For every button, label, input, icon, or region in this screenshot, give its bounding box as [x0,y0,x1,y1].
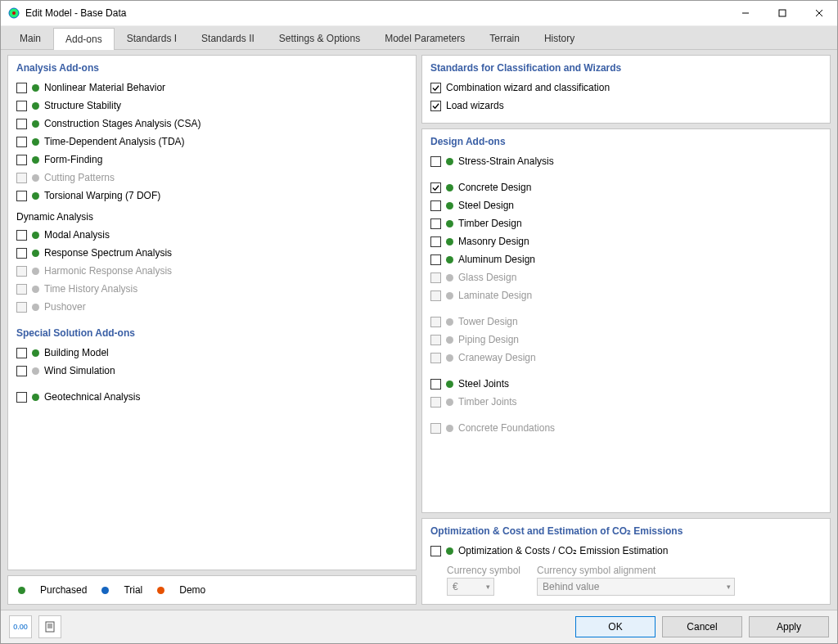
status-dot [32,84,39,92]
chevron-down-icon: ▾ [486,583,490,591]
lbl-load-wizards: Load wizards [446,100,504,111]
chk-masonry-design[interactable] [430,236,441,247]
chk-glass-design [430,272,441,283]
chk-harmonic-response [16,266,27,277]
chk-construction-stages[interactable] [16,119,27,129]
chk-structure-stability[interactable] [16,101,27,111]
lbl-currency-symbol: Currency symbol [447,565,520,576]
lbl-laminate-design: Laminate Design [458,290,532,301]
chk-aluminum-design[interactable] [430,254,441,265]
chk-stress-strain[interactable] [430,156,441,167]
lbl-modal-analysis: Modal Analysis [44,229,110,241]
close-button[interactable] [800,1,837,25]
chk-modal-analysis[interactable] [16,230,27,241]
chk-combination-wizard[interactable] [430,83,441,93]
chk-steel-joints[interactable] [430,379,441,390]
titlebar: Edit Model - Base Data [1,1,837,26]
section-special-solution: Special Solution Add-ons [16,327,408,339]
status-dot [446,381,453,388]
lbl-combination-wizard: Combination wizard and classification [446,82,610,93]
lbl-geotechnical: Geotechnical Analysis [44,391,140,403]
status-dot [32,174,39,182]
lbl-stress-strain: Stress-Strain Analysis [458,155,554,167]
tab-main[interactable]: Main [7,27,53,49]
lbl-optimization-costs: Optimization & Costs / CO₂ Emission Esti… [458,545,668,556]
status-dot [446,318,453,326]
chk-form-finding[interactable] [16,155,27,165]
notes-button[interactable] [38,615,61,638]
lbl-glass-design: Glass Design [458,272,516,283]
chk-wind-simulation[interactable] [16,366,27,376]
tab-add-ons[interactable]: Add-ons [53,28,115,50]
units-button[interactable]: 0.00 [9,615,32,638]
status-dot [446,292,453,299]
panel-standards-wizards: Standards for Classification and Wizards… [421,55,831,124]
lbl-masonry-design: Masonry Design [458,236,529,247]
status-dot [32,268,39,275]
chk-optimization-costs[interactable] [430,546,441,556]
cancel-button[interactable]: Cancel [662,616,742,637]
lbl-timber-design: Timber Design [458,218,522,229]
svg-point-1 [12,11,16,15]
lbl-currency-alignment: Currency symbol alignment [537,565,735,576]
chk-cutting-patterns [16,173,27,183]
legend-trial: Trial [124,584,142,596]
panel-design-addons: Design Add-ons Stress-Strain Analysis Co… [421,128,831,513]
section-standards-wizards: Standards for Classification and Wizards [430,62,822,74]
status-dot [446,274,453,281]
app-icon [7,7,20,20]
status-dot [32,120,39,128]
lbl-pushover: Pushover [44,301,86,313]
chk-tda[interactable] [16,137,27,147]
ok-button[interactable]: OK [575,616,656,637]
chk-nonlinear-material[interactable] [16,83,27,93]
chk-steel-design[interactable] [430,200,441,211]
tab-standards-i[interactable]: Standards I [115,27,189,49]
chk-load-wizards[interactable] [430,101,441,111]
combo-currency-symbol: €▾ [447,578,494,596]
status-dot [446,238,453,245]
lbl-response-spectrum: Response Spectrum Analysis [44,247,172,259]
chk-tower-design [430,317,441,327]
chk-timber-design[interactable] [430,218,441,229]
tabstrip: Main Add-ons Standards I Standards II Se… [1,26,837,50]
lbl-timber-joints: Timber Joints [458,396,517,408]
status-dot [32,367,39,375]
status-dot [32,156,39,164]
lbl-time-history: Time History Analysis [44,283,137,295]
lbl-tda: Time-Dependent Analysis (TDA) [44,136,185,147]
tab-settings-options[interactable]: Settings & Options [267,27,372,49]
chk-building-model[interactable] [16,348,27,358]
status-dot [446,547,453,555]
notes-icon [44,621,56,633]
legend-dot-trial [101,587,109,594]
lbl-construction-stages: Construction Stages Analysis (CSA) [44,118,200,129]
chk-response-spectrum[interactable] [16,248,27,259]
status-dot [32,232,39,239]
svg-rect-3 [779,10,786,16]
apply-button[interactable]: Apply [749,616,829,637]
statusbar: 0.00 OK Cancel Apply [1,610,837,643]
chk-piping-design [430,335,441,345]
chk-geotechnical[interactable] [16,392,27,403]
status-dot [446,354,453,362]
maximize-button[interactable] [764,1,800,25]
units-icon: 0.00 [13,623,28,631]
section-dynamic-analysis: Dynamic Analysis [16,211,408,223]
chk-torsional-warping[interactable] [16,191,27,201]
lbl-steel-joints: Steel Joints [458,378,509,390]
legend-dot-purchased [18,587,25,594]
status-dot [446,184,453,191]
status-dot [32,286,39,293]
lbl-cutting-patterns: Cutting Patterns [44,172,115,183]
lbl-concrete-design: Concrete Design [458,182,531,193]
minimize-button[interactable] [727,1,764,25]
tab-model-parameters[interactable]: Model Parameters [372,27,477,49]
tab-history[interactable]: History [532,27,587,49]
left-panel: Analysis Add-ons Nonlinear Material Beha… [7,55,417,570]
tab-terrain[interactable]: Terrain [477,27,532,49]
window-title: Edit Model - Base Data [25,7,727,19]
chk-concrete-design[interactable] [430,182,441,193]
tab-standards-ii[interactable]: Standards II [189,27,267,49]
legend-demo: Demo [179,584,205,596]
